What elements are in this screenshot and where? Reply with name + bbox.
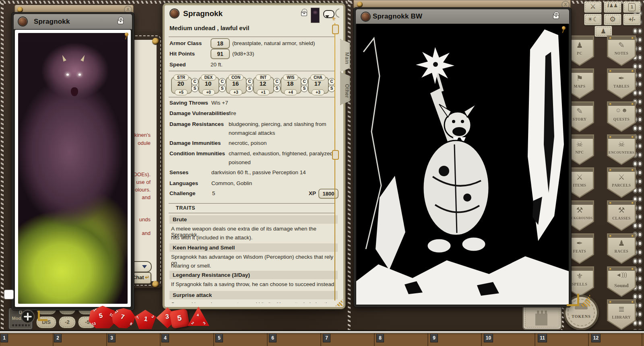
hotbar-slot-11[interactable]: 11 [538, 334, 547, 342]
stat-label: Languages [169, 180, 198, 186]
ability-con-save-button[interactable]: S [246, 85, 253, 92]
scrollbar-track[interactable] [334, 23, 335, 301]
creature-mouth [71, 87, 78, 96]
grommet-icon [152, 38, 159, 45]
hit-points-value[interactable]: 91 [211, 49, 230, 59]
lock-icon[interactable] [118, 20, 123, 24]
token-thumbnail[interactable] [311, 8, 320, 23]
tab-main[interactable]: Main [340, 39, 350, 72]
npc-sheet-window[interactable]: Main Other Spragnokk Medium undead , law… [163, 3, 345, 309]
grommet-icon [152, 281, 159, 288]
portrait-window-titlebar[interactable]: Spragnokk [14, 14, 132, 29]
traits-section-header: TRAITS [176, 205, 195, 211]
tab-other[interactable]: Other [340, 72, 350, 105]
armor-class-note: (breastplate, natural armor, shield) [232, 40, 315, 46]
hotbar-slot-1[interactable]: 1 [0, 334, 8, 342]
stat-value: nonmagical attacks [229, 130, 275, 136]
hotbar-slot-9[interactable]: 9 [430, 334, 438, 342]
party-sheet-button[interactable]: i♟♟ [604, 1, 621, 13]
trait-header[interactable]: Surprise attack [169, 291, 338, 299]
creature-horn [80, 54, 86, 62]
window-orb-icon[interactable] [170, 9, 179, 18]
armor-class-value[interactable]: 18 [211, 38, 230, 49]
ability-wis-save-button[interactable]: S [301, 85, 308, 92]
d10-die[interactable]: 1 7 3 [134, 310, 156, 329]
portrait-window[interactable]: Spragnokk [11, 12, 134, 311]
hotbar-slot-12[interactable]: 12 [591, 334, 601, 342]
speed-value: 20 ft. [211, 62, 223, 68]
scrollbar-handle[interactable] [332, 25, 339, 34]
lock-icon[interactable] [301, 12, 307, 16]
trait-text: hearing or smell. [171, 263, 211, 269]
d6-die[interactable]: 5 [169, 309, 190, 329]
bw-artwork[interactable] [356, 24, 569, 305]
radial-menu-button[interactable] [21, 310, 35, 323]
creature-eye [66, 74, 69, 76]
compass-icon [24, 316, 32, 317]
ability-wis-mod[interactable]: +4 [284, 89, 297, 95]
trait-text: hits with it (included in the attack). [171, 235, 253, 241]
character-selection-button[interactable]: ♟ [594, 26, 612, 37]
ability-int-save-button[interactable]: S [273, 85, 281, 92]
combat-toolbar-button[interactable]: ⚔ [584, 1, 602, 13]
bw-image-window[interactable]: Spragnokk BW [353, 7, 572, 307]
zoom-pin-icon[interactable] [562, 26, 566, 30]
scrollbar-handle[interactable] [332, 150, 339, 160]
trait-header[interactable]: Keen Hearing and Smell [169, 243, 338, 252]
ability-dex-check-button[interactable]: C [219, 78, 226, 85]
bw-window-titlebar[interactable]: Spragnokk BW [356, 9, 569, 24]
ability-dex-score[interactable]: 10 [198, 80, 218, 87]
window-orb-icon[interactable] [19, 17, 27, 26]
hotbar-slot-6[interactable]: 6 [269, 334, 277, 342]
lock-icon[interactable] [553, 14, 559, 19]
minimized-window-chip[interactable] [4, 290, 14, 299]
hotbar-slot-3[interactable]: 3 [108, 334, 116, 342]
ability-wis-score[interactable]: 18 [281, 80, 300, 87]
window-orb-icon[interactable] [361, 12, 370, 21]
minus2-button[interactable]: -2 [59, 316, 76, 328]
ability-con-mod[interactable]: +3 [229, 89, 242, 95]
corner-bracket [38, 319, 47, 321]
ability-con-check-button[interactable]: C [246, 78, 253, 85]
hotbar-slot-4[interactable]: 4 [161, 334, 169, 342]
ability-dex-name: DEX [201, 74, 216, 80]
ability-cha-mod[interactable]: +3 [312, 89, 324, 95]
hotbar-slot-8[interactable]: 8 [376, 334, 384, 342]
stat-label: Damage Immunities [169, 140, 221, 146]
xp-value[interactable]: 1800 [318, 189, 339, 199]
d4-die[interactable]: 4 2 3 [188, 307, 209, 326]
left-stitch-seam [1, 0, 4, 346]
ability-int-score[interactable]: 12 [253, 80, 272, 87]
hotbar-slot-10[interactable]: 10 [484, 334, 493, 342]
trait-header[interactable]: Brute [169, 215, 338, 224]
hotbar-slot-2[interactable]: 2 [54, 334, 62, 342]
ability-cha-score[interactable]: 17 [308, 80, 327, 87]
grommet-icon [357, 2, 363, 7]
options-button[interactable]: ⚙ [604, 14, 621, 25]
calendar-button[interactable]: 1 [623, 1, 641, 13]
speed-label: Speed [169, 62, 186, 68]
hotbar[interactable] [0, 333, 644, 346]
trait-header[interactable]: Legendary Resistance (3/Day) [169, 271, 338, 279]
bw-window-title: Spragnokk BW [373, 12, 422, 21]
hotbar-slot-7[interactable]: 7 [323, 334, 330, 342]
portrait-artwork[interactable] [18, 33, 128, 304]
modifiers-button[interactable]: +/- [623, 14, 641, 25]
ability-con-score[interactable]: 16 [226, 80, 245, 87]
ability-int-check-button[interactable]: C [273, 78, 281, 85]
hotbar-slot-5[interactable]: 5 [215, 334, 223, 342]
dice-tower[interactable] [522, 304, 562, 330]
ability-wis-check-button[interactable]: C [301, 78, 308, 85]
ability-str-score[interactable]: 20 [171, 80, 190, 87]
d12-die[interactable]: 7 11 8 [112, 308, 135, 328]
zoom-pin-icon[interactable] [125, 33, 128, 36]
ability-str-mod[interactable]: +5 [175, 89, 188, 95]
tokens-label: TOKENS [564, 314, 599, 319]
stat-value: fire [229, 110, 236, 116]
ability-int-mod[interactable]: +1 [257, 89, 270, 95]
ability-str-save-button[interactable]: S [191, 85, 198, 92]
ability-str-check-button[interactable]: C [191, 78, 198, 85]
ability-dex-save-button[interactable]: S [219, 85, 226, 92]
ability-dex-mod[interactable]: +0 [202, 89, 215, 95]
lighting-button[interactable]: ☀☾ [584, 14, 602, 25]
